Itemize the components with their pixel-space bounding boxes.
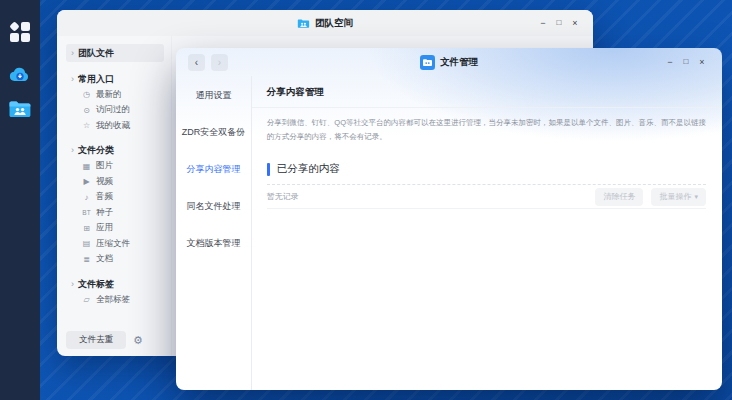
desktop: 团队空间 − □ × › 团队文件 › 常用入口 ◷ 最新的	[0, 0, 732, 400]
tab-doc-version[interactable]: 文档版本管理	[176, 225, 251, 262]
shared-content-section: 已分享的内容	[267, 162, 706, 176]
sidebar-item-recent[interactable]: ◷ 最新的	[66, 87, 164, 103]
batch-actions-button[interactable]: 批量操作 ▾	[651, 188, 706, 206]
close-button[interactable]: ×	[694, 57, 710, 67]
caret-down-icon: ▾	[694, 193, 698, 201]
minimize-button[interactable]: −	[662, 57, 678, 67]
team-folder-icon	[8, 99, 32, 119]
window-title: 团队空间	[315, 17, 353, 30]
file-manager-titlebar: ‹ › 文件管理 − □ ×	[176, 48, 722, 76]
star-icon: ☆	[82, 121, 91, 130]
gear-icon[interactable]: ⚙	[133, 335, 143, 346]
sidebar-group-file-tags[interactable]: › 文件标签	[66, 276, 164, 292]
team-space-dock-icon[interactable]	[8, 97, 32, 121]
cloud-download-icon[interactable]	[8, 62, 32, 86]
sidebar-item-documents[interactable]: ≣ 文档	[66, 252, 164, 268]
apps-icon: ⊞	[82, 224, 91, 233]
document-icon: ≣	[82, 255, 91, 264]
settings-tabs: 通用设置 ZDR安全双备份 分享内容管理 同名文件处理 文档版本管理	[176, 76, 252, 390]
file-manager-icon	[420, 55, 435, 70]
nav-forward-button[interactable]: ›	[211, 54, 228, 71]
app-launcher-icon[interactable]	[8, 20, 32, 44]
empty-records-text: 暂无记录	[267, 191, 299, 202]
dock	[0, 0, 40, 400]
tab-duplicate-name[interactable]: 同名文件处理	[176, 188, 251, 225]
chevron-icon: ›	[71, 49, 74, 58]
cloud-icon	[8, 64, 32, 84]
tab-general-settings[interactable]: 通用设置	[176, 77, 251, 114]
tab-share-content[interactable]: 分享内容管理	[176, 151, 251, 188]
sidebar-item-images[interactable]: ▦ 图片	[66, 159, 164, 175]
chevron-icon: ›	[71, 280, 74, 289]
sidebar-item-audio[interactable]: ♪ 音频	[66, 190, 164, 206]
sidebar-group-common-entries[interactable]: › 常用入口	[66, 71, 164, 87]
clock-icon: ◷	[82, 90, 91, 99]
file-manager-window: ‹ › 文件管理 − □ × 通用设置 ZDR安全双备份 分享内	[176, 48, 722, 390]
app-grid-icon	[10, 22, 30, 42]
sidebar-item-archives[interactable]: ▤ 压缩文件	[66, 236, 164, 252]
file-manager-body: 通用设置 ZDR安全双备份 分享内容管理 同名文件处理 文档版本管理 分享内容管…	[176, 76, 722, 390]
close-button[interactable]: ×	[567, 18, 583, 28]
panel-title: 分享内容管理	[252, 84, 722, 108]
section-title: 已分享的内容	[277, 162, 340, 176]
team-space-titlebar: 团队空间 − □ ×	[57, 10, 593, 36]
maximize-button[interactable]: □	[551, 18, 567, 28]
video-icon: ▶	[82, 177, 91, 186]
chevron-icon: ›	[71, 75, 74, 84]
team-space-sidebar: › 团队文件 › 常用入口 ◷ 最新的 ⊙ 访问过的 ☆ 我的收藏	[57, 36, 171, 356]
sidebar-item-team-files[interactable]: › 团队文件	[66, 44, 164, 62]
share-content-panel: 分享内容管理 分享到微信、钉钉、QQ等社交平台的内容都可以在这里进行管理，当分享…	[252, 76, 722, 390]
nav-back-button[interactable]: ‹	[188, 54, 205, 71]
minimize-button[interactable]: −	[535, 18, 551, 28]
sidebar-item-visited[interactable]: ⊙ 访问过的	[66, 103, 164, 119]
torrent-icon: BT	[82, 209, 91, 216]
team-folder-icon	[297, 18, 310, 29]
description-line-1: 分享到微信、钉钉、QQ等社交平台的内容都可以在这里进行管理，当分享未加密时，如果…	[267, 116, 706, 130]
description-line-2: 的方式分享的内容，将不会有记录。	[267, 130, 706, 144]
sidebar-item-torrents[interactable]: BT 种子	[66, 205, 164, 221]
sidebar-item-all-tags[interactable]: ▱ 全部标签	[66, 292, 164, 308]
section-accent-bar	[267, 163, 270, 176]
file-dedupe-button[interactable]: 文件去重	[66, 331, 126, 349]
clear-tasks-button[interactable]: 清除任务	[595, 188, 643, 206]
sidebar-item-favorites[interactable]: ☆ 我的收藏	[66, 118, 164, 134]
sidebar-group-file-categories[interactable]: › 文件分类	[66, 143, 164, 159]
tab-zdr-backup[interactable]: ZDR安全双备份	[176, 114, 251, 151]
chevron-icon: ›	[71, 146, 74, 155]
maximize-button[interactable]: □	[678, 57, 694, 67]
archive-icon: ▤	[82, 239, 91, 248]
shared-list-header-row: 暂无记录 清除任务 批量操作 ▾	[267, 185, 706, 209]
sidebar-item-videos[interactable]: ▶ 视频	[66, 174, 164, 190]
history-icon: ⊙	[82, 106, 91, 115]
tag-icon: ▱	[82, 295, 91, 304]
image-icon: ▦	[82, 162, 91, 171]
audio-icon: ♪	[82, 193, 91, 202]
sidebar-footer: 文件去重 ⚙	[66, 331, 143, 349]
window-title: 文件管理	[440, 56, 478, 69]
panel-description: 分享到微信、钉钉、QQ等社交平台的内容都可以在这里进行管理，当分享未加密时，如果…	[267, 116, 706, 144]
sidebar-item-apps[interactable]: ⊞ 应用	[66, 221, 164, 237]
